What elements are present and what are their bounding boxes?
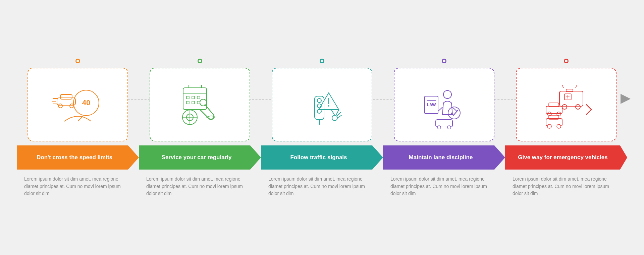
speed-icon: 40: [51, 78, 105, 131]
arrow-item-traffic: Follow traffic signals: [261, 145, 383, 170]
svg-rect-56: [546, 106, 562, 114]
svg-point-5: [70, 104, 74, 108]
right-arrow-indicator: [621, 94, 631, 105]
desc-text-speed: Lorem ipsum dolor sit dim amet, mea regi…: [24, 176, 131, 197]
traffic-icon: [295, 78, 349, 131]
desc-item-emergency: Lorem ipsum dolor sit dim amet, mea regi…: [505, 176, 627, 197]
cards-row: 40: [17, 58, 627, 141]
svg-line-9: [78, 116, 83, 121]
svg-text:40: 40: [82, 99, 90, 107]
arrow-label-traffic: Follow traffic signals: [287, 154, 357, 161]
svg-line-36: [337, 115, 341, 118]
arrow-item-speed: Don't cross the speed limits: [17, 145, 139, 170]
icon-card-speed: 40: [28, 68, 128, 141]
desc-item-traffic: Lorem ipsum dolor sit dim amet, mea regi…: [261, 176, 383, 197]
service-icon: [173, 78, 227, 131]
dot-speed: [75, 59, 80, 63]
svg-rect-14: [186, 96, 189, 99]
icon-card-traffic: [272, 68, 372, 141]
svg-rect-17: [186, 101, 189, 104]
desc-row: Lorem ipsum dolor sit dim amet, mea regi…: [17, 176, 627, 197]
svg-line-35: [337, 112, 341, 116]
svg-point-32: [332, 115, 337, 121]
dot-line-speed: [17, 58, 139, 64]
svg-point-40: [443, 90, 451, 99]
dot-traffic: [320, 59, 324, 63]
svg-line-41: [438, 107, 442, 111]
emergency-icon: [539, 78, 593, 131]
dot-line-traffic: [261, 58, 383, 64]
svg-marker-64: [621, 94, 631, 104]
icon-card-emergency: [516, 68, 616, 141]
svg-line-55: [576, 85, 577, 88]
card-wrapper-traffic: [261, 58, 383, 141]
dot-line-service: [139, 58, 261, 64]
card-wrapper-lane: LAW: [383, 58, 505, 141]
dot-service: [198, 59, 202, 63]
svg-rect-60: [546, 119, 562, 126]
svg-text:LAW: LAW: [427, 103, 436, 107]
dot-line-lane: [383, 58, 505, 64]
right-arrow-icon: [621, 94, 631, 104]
svg-rect-3: [60, 94, 72, 99]
svg-line-42: [452, 107, 457, 111]
infographic: 40: [17, 58, 627, 197]
arrow-label-speed: Don't cross the speed limits: [33, 154, 122, 161]
desc-item-service: Lorem ipsum dolor sit dim amet, mea regi…: [139, 176, 261, 197]
svg-rect-19: [197, 101, 200, 104]
arrow-label-service: Service your car regularly: [158, 154, 242, 161]
svg-rect-18: [192, 101, 195, 104]
svg-rect-15: [192, 96, 195, 99]
desc-text-traffic: Lorem ipsum dolor sit dim amet, mea regi…: [268, 176, 376, 197]
svg-line-54: [562, 85, 564, 88]
svg-point-20: [200, 99, 207, 106]
desc-text-service: Lorem ipsum dolor sit dim amet, mea regi…: [146, 176, 254, 197]
arrow-label-lane: Maintain lane discipline: [406, 154, 483, 161]
svg-point-4: [58, 104, 62, 108]
arrow-label-emergency: Give way for emergency vehicles: [515, 154, 618, 161]
svg-point-26: [317, 99, 321, 103]
arrow-item-service: Service your car regularly: [139, 145, 261, 170]
svg-rect-16: [197, 96, 200, 99]
arrows-row: Don't cross the speed limits Service you…: [17, 145, 627, 170]
icon-card-lane: LAW: [394, 68, 494, 141]
card-wrapper-emergency: [505, 58, 627, 141]
desc-text-lane: Lorem ipsum dolor sit dim amet, mea regi…: [390, 176, 498, 197]
dot-line-emergency: [505, 58, 627, 64]
dot-emergency: [564, 59, 569, 63]
svg-point-52: [576, 105, 580, 109]
dot-lane: [442, 59, 446, 63]
svg-line-34: [336, 110, 339, 115]
icon-card-service: [150, 68, 250, 141]
desc-item-speed: Lorem ipsum dolor sit dim amet, mea regi…: [17, 176, 139, 197]
svg-point-31: [328, 105, 329, 107]
arrow-item-lane: Maintain lane discipline: [383, 145, 505, 170]
card-wrapper-service: [139, 58, 261, 141]
svg-line-33: [331, 110, 335, 115]
card-wrapper-speed: 40: [17, 58, 139, 141]
lane-icon: LAW: [417, 78, 471, 131]
arrow-item-emergency: Give way for emergency vehicles: [505, 145, 627, 170]
svg-point-51: [562, 105, 567, 109]
desc-item-lane: Lorem ipsum dolor sit dim amet, mea regi…: [383, 176, 505, 197]
desc-text-emergency: Lorem ipsum dolor sit dim amet, mea regi…: [513, 176, 620, 197]
